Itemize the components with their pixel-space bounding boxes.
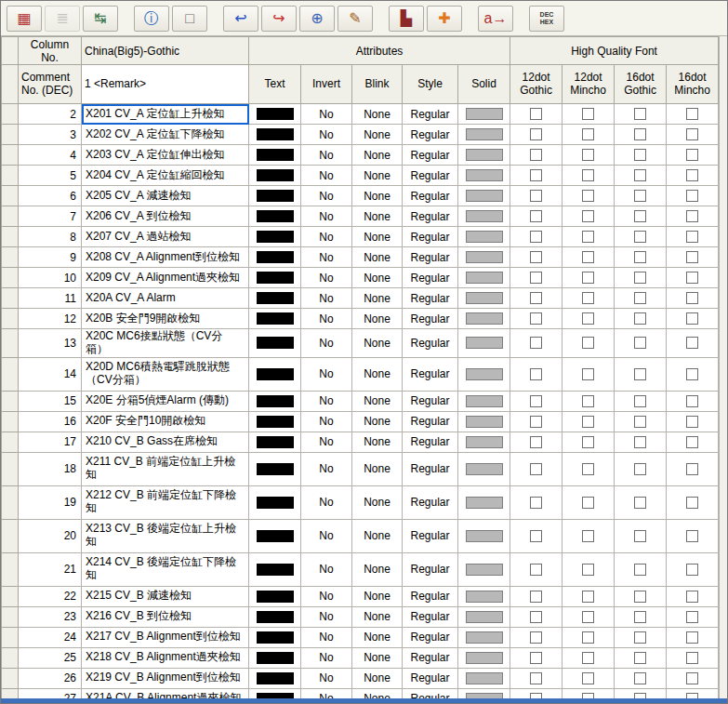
checkbox-16dot-mincho[interactable] bbox=[686, 611, 698, 623]
blink-cell[interactable]: None bbox=[352, 247, 403, 268]
style-cell[interactable]: Regular bbox=[403, 411, 458, 432]
font-cell-12dot-gothic[interactable] bbox=[510, 688, 563, 698]
header-16dot-mincho[interactable]: 16dot Mincho bbox=[667, 65, 719, 104]
invert-cell[interactable]: No bbox=[301, 432, 352, 452]
comment-cell[interactable]: X213 CV_B 後端定位缸上升檢知 bbox=[82, 519, 249, 552]
solid-color-swatch[interactable] bbox=[466, 210, 503, 222]
checkbox-12dot-gothic[interactable] bbox=[530, 611, 542, 623]
text-color-swatch[interactable] bbox=[257, 497, 294, 509]
text-color-cell[interactable] bbox=[249, 357, 301, 391]
checkbox-12dot-gothic[interactable] bbox=[530, 497, 542, 509]
font-cell-16dot-mincho[interactable] bbox=[667, 247, 719, 268]
font-cell-16dot-mincho[interactable] bbox=[667, 668, 719, 688]
row-selector[interactable] bbox=[2, 309, 19, 329]
checkbox-16dot-mincho[interactable] bbox=[686, 631, 698, 644]
checkbox-12dot-mincho[interactable] bbox=[582, 312, 594, 325]
checkbox-12dot-mincho[interactable] bbox=[582, 190, 594, 202]
text-color-swatch[interactable] bbox=[257, 631, 294, 644]
invert-cell[interactable]: No bbox=[301, 227, 352, 247]
font-cell-12dot-mincho[interactable] bbox=[563, 104, 615, 125]
comment-cell[interactable]: X218 CV_B Alignment過夾檢知 bbox=[82, 647, 249, 668]
solid-color-swatch[interactable] bbox=[466, 463, 503, 475]
comment-cell[interactable]: X210 CV_B Gass在席檢知 bbox=[82, 432, 249, 452]
font-cell-16dot-gothic[interactable] bbox=[615, 357, 667, 391]
font-cell-16dot-gothic[interactable] bbox=[615, 186, 667, 206]
checkbox-12dot-mincho[interactable] bbox=[582, 210, 594, 222]
solid-color-swatch[interactable] bbox=[466, 416, 503, 428]
blink-cell[interactable]: None bbox=[352, 145, 403, 166]
row-number[interactable]: 8 bbox=[19, 227, 82, 247]
checkbox-16dot-gothic[interactable] bbox=[634, 497, 646, 509]
column-setting-button[interactable]: ↹ bbox=[83, 6, 118, 32]
invert-cell[interactable]: No bbox=[301, 668, 352, 688]
checkbox-16dot-gothic[interactable] bbox=[634, 564, 646, 576]
row-number[interactable]: 6 bbox=[19, 186, 82, 206]
row-selector[interactable] bbox=[2, 606, 19, 627]
font-cell-16dot-gothic[interactable] bbox=[615, 432, 667, 452]
row-number[interactable]: 25 bbox=[19, 647, 82, 668]
solid-color-cell[interactable] bbox=[458, 432, 510, 452]
comment-cell[interactable]: X201 CV_A 定位缸上升檢知 bbox=[82, 104, 249, 125]
style-cell[interactable]: Regular bbox=[403, 688, 458, 698]
row-number[interactable]: 17 bbox=[19, 432, 82, 452]
solid-color-swatch[interactable] bbox=[466, 436, 503, 448]
solid-color-swatch[interactable] bbox=[466, 395, 503, 407]
solid-color-swatch[interactable] bbox=[466, 337, 503, 349]
checkbox-12dot-mincho[interactable] bbox=[582, 292, 594, 304]
font-cell-16dot-gothic[interactable] bbox=[615, 627, 667, 647]
solid-color-cell[interactable] bbox=[458, 627, 510, 647]
font-cell-12dot-mincho[interactable] bbox=[563, 606, 615, 627]
solid-color-cell[interactable] bbox=[458, 104, 510, 125]
font-cell-16dot-gothic[interactable] bbox=[615, 247, 667, 268]
row-display-button[interactable]: ≣ bbox=[45, 6, 80, 32]
font-cell-12dot-gothic[interactable] bbox=[510, 391, 563, 411]
solid-color-swatch[interactable] bbox=[466, 251, 503, 263]
style-cell[interactable]: Regular bbox=[403, 485, 458, 519]
solid-color-swatch[interactable] bbox=[466, 108, 503, 120]
checkbox-16dot-mincho[interactable] bbox=[686, 368, 698, 380]
style-cell[interactable]: Regular bbox=[403, 125, 458, 145]
text-color-swatch[interactable] bbox=[257, 190, 294, 202]
style-cell[interactable]: Regular bbox=[403, 268, 458, 288]
solid-color-cell[interactable] bbox=[458, 166, 510, 186]
row-number[interactable]: 19 bbox=[19, 485, 82, 519]
checkbox-16dot-gothic[interactable] bbox=[634, 652, 646, 664]
font-cell-12dot-mincho[interactable] bbox=[563, 288, 615, 309]
solid-color-swatch[interactable] bbox=[466, 190, 503, 202]
font-cell-16dot-gothic[interactable] bbox=[615, 288, 667, 309]
checkbox-12dot-mincho[interactable] bbox=[582, 416, 594, 428]
style-cell[interactable]: Regular bbox=[403, 309, 458, 329]
comment-cell[interactable]: X212 CV_B 前端定位缸下降檢知 bbox=[82, 485, 249, 519]
font-cell-16dot-mincho[interactable] bbox=[667, 268, 719, 288]
font-cell-12dot-gothic[interactable] bbox=[510, 606, 563, 627]
solid-color-cell[interactable] bbox=[458, 357, 510, 391]
solid-color-swatch[interactable] bbox=[466, 312, 503, 325]
checkbox-16dot-gothic[interactable] bbox=[634, 128, 646, 140]
comment-cell[interactable]: X206 CV_A 到位檢知 bbox=[82, 206, 249, 227]
row-number[interactable]: 11 bbox=[19, 288, 82, 309]
invert-cell[interactable]: No bbox=[301, 206, 352, 227]
font-cell-16dot-mincho[interactable] bbox=[667, 288, 719, 309]
row-selector[interactable] bbox=[2, 125, 19, 145]
checkbox-16dot-mincho[interactable] bbox=[686, 591, 698, 603]
font-cell-16dot-mincho[interactable] bbox=[667, 647, 719, 668]
row-number[interactable]: 16 bbox=[19, 411, 82, 432]
style-cell[interactable]: Regular bbox=[403, 329, 458, 358]
header-16dot-gothic[interactable]: 16dot Gothic bbox=[615, 65, 667, 104]
checkbox-16dot-mincho[interactable] bbox=[686, 652, 698, 664]
row-number[interactable]: 14 bbox=[19, 357, 82, 391]
dec-hex-toggle-button[interactable]: DECHEX bbox=[529, 6, 564, 32]
text-color-swatch[interactable] bbox=[257, 416, 294, 428]
comment-cell[interactable]: X20C MC6接點狀態（CV分箱） bbox=[82, 329, 249, 358]
text-color-swatch[interactable] bbox=[257, 368, 294, 380]
checkbox-16dot-gothic[interactable] bbox=[634, 395, 646, 407]
import-button[interactable]: ↩ bbox=[223, 6, 258, 32]
font-cell-16dot-mincho[interactable] bbox=[667, 688, 719, 698]
row-selector[interactable] bbox=[2, 104, 19, 125]
text-color-cell[interactable] bbox=[249, 432, 301, 452]
font-cell-12dot-gothic[interactable] bbox=[510, 519, 563, 552]
font-cell-16dot-gothic[interactable] bbox=[615, 206, 667, 227]
font-cell-16dot-mincho[interactable] bbox=[667, 186, 719, 206]
row-selector[interactable] bbox=[2, 206, 19, 227]
row-number[interactable]: 24 bbox=[19, 627, 82, 647]
